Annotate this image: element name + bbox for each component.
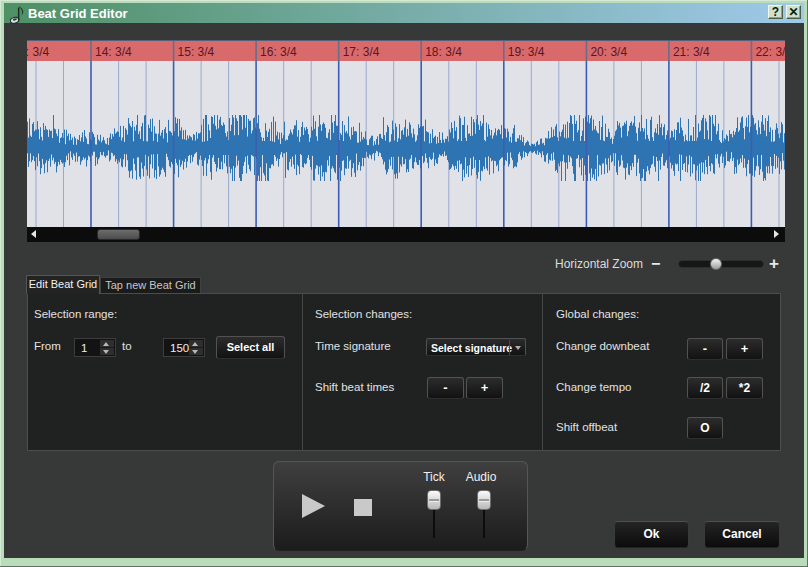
svg-text:14: 3/4: 14: 3/4 <box>95 45 132 59</box>
svg-text:20: 3/4: 20: 3/4 <box>590 45 627 59</box>
svg-text:22: 3/4: 22: 3/4 <box>755 45 785 59</box>
svg-text:16: 3/4: 16: 3/4 <box>260 45 297 59</box>
svg-text:19: 3/4: 19: 3/4 <box>508 45 545 59</box>
svg-text:17: 3/4: 17: 3/4 <box>343 45 380 59</box>
svg-text:15: 3/4: 15: 3/4 <box>178 45 215 59</box>
svg-text:13: 3/4: 13: 3/4 <box>27 45 50 59</box>
svg-text:18: 3/4: 18: 3/4 <box>425 45 462 59</box>
svg-text:21: 3/4: 21: 3/4 <box>673 45 710 59</box>
